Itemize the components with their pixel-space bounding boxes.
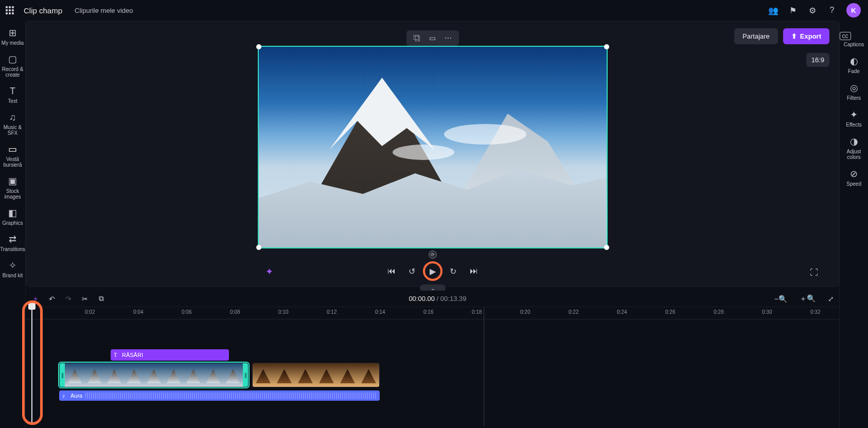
ruler-tick: 0:14 — [375, 309, 385, 315]
invite-icon[interactable]: 👥 — [765, 2, 782, 19]
preview-canvas[interactable]: ⟳ — [258, 46, 608, 248]
video-clip-b[interactable] — [252, 363, 380, 387]
zoom-out-icon[interactable]: −🔍 — [774, 295, 787, 303]
stock-video-icon: ▭ — [0, 144, 26, 154]
sidebar-item-text[interactable]: TText — [0, 83, 26, 109]
timeline-panel: ＋ ↶ ↷ ✂ ⧉ 00:00.00 / 00:13.39 −🔍 ＋🔍 ⤢ 0:… — [26, 291, 839, 428]
aspect-ratio-selector[interactable]: 16:9 — [806, 53, 829, 67]
export-button[interactable]: ⬆Export — [783, 28, 829, 44]
ruler-tick: 0:26 — [665, 309, 675, 315]
audio-clip-icon: ♪ — [62, 393, 65, 399]
ruler-tick: 0:22 — [569, 309, 578, 315]
clip-thumbnails — [65, 363, 243, 387]
timeline-collapse-bar: ⌄ — [26, 286, 839, 291]
sidebar-item-music[interactable]: ♫Music & SFX — [0, 109, 26, 141]
upload-icon: ⬆ — [791, 32, 797, 40]
fade-icon: ◐ — [840, 56, 869, 67]
preview-content — [259, 47, 607, 247]
zoom-fit-icon[interactable]: ⤢ — [828, 295, 834, 303]
current-time: 00:00.00 — [409, 295, 435, 302]
settings-gear-icon[interactable]: ⚙ — [804, 2, 821, 19]
tool-filters[interactable]: ◎Filters — [840, 78, 869, 105]
title-clip[interactable]: T RĂSĂRI — [111, 349, 229, 361]
ruler-tick: 0:20 — [520, 309, 530, 315]
share-button[interactable]: Partajare — [734, 28, 778, 44]
app-header: Clip champ Clipurile mele video 👥 ⚑ ⚙ ? … — [0, 0, 868, 21]
zoom-in-icon[interactable]: ＋🔍 — [800, 294, 816, 304]
crop-icon[interactable]: ⿻ — [412, 33, 423, 43]
fullscreen-icon[interactable]: ⛶ — [810, 268, 818, 277]
tracks-area[interactable]: T RĂSĂRI ‖ ‖ ♪ Aura — [26, 319, 839, 428]
adjust-colors-icon: ◑ — [840, 136, 869, 147]
media-icon: ⊞ — [0, 28, 26, 38]
ruler-tick: 0:24 — [617, 309, 627, 315]
title-clip-label: RĂSĂRI — [122, 352, 143, 358]
audio-clip[interactable]: ♪ Aura — [59, 390, 380, 401]
transitions-icon: ⇄ — [0, 234, 26, 244]
ruler-tick: 0:32 — [810, 309, 820, 315]
total-duration: 00:13.39 — [440, 295, 467, 302]
clip-trim-left[interactable]: ‖ — [60, 363, 65, 387]
tool-effects[interactable]: ✦Effects — [840, 105, 869, 132]
sidebar-item-stock-video[interactable]: ▭Vestă bursieră — [0, 141, 26, 173]
ruler-tick: 0:12 — [327, 309, 336, 315]
redo-icon[interactable]: ↷ — [64, 295, 73, 303]
ruler-tick: 0:02 — [85, 309, 95, 315]
playback-controls: ⏮ ↺ ▶ ↻ ⏭ — [385, 265, 480, 277]
time-ruler[interactable]: 0:020:040:060:080:100:120:140:160:180:20… — [26, 307, 839, 319]
sidebar-item-transitions[interactable]: ⇄Transitions — [0, 231, 26, 257]
stage-actions: Partajare ⬆Export — [734, 28, 829, 44]
resize-handle-br[interactable] — [604, 245, 609, 250]
play-button[interactable]: ▶ — [427, 265, 439, 277]
help-icon[interactable]: ? — [824, 2, 840, 19]
undo-icon[interactable]: ↶ — [47, 295, 57, 303]
effects-wand-icon: ✦ — [840, 109, 869, 120]
right-toolbar: ccCaptions ◐Fade ◎Filters ✦Effects ◑Adju… — [839, 21, 868, 428]
tool-adjust-colors[interactable]: ◑Adjust colors — [840, 132, 869, 164]
ruler-tick: 0:04 — [133, 309, 143, 315]
resize-handle-bl[interactable] — [256, 245, 261, 250]
ai-magic-icon[interactable]: ✦ — [265, 266, 273, 277]
preview-stage: ⿻ ▭ ⋯ Partajare ⬆Export 16:9 ⟳ ✦ ⏮ ↺ ▶ ↻… — [26, 21, 839, 287]
tool-speed[interactable]: ⊘Speed — [840, 164, 869, 191]
captions-icon: cc — [840, 32, 851, 40]
tool-fade[interactable]: ◐Fade — [840, 51, 869, 78]
duplicate-icon[interactable]: ⧉ — [97, 294, 106, 303]
pip-icon[interactable]: ▭ — [427, 33, 438, 43]
rotate-handle[interactable]: ⟳ — [429, 251, 437, 259]
waveform — [85, 393, 377, 399]
rewind-10-icon[interactable]: ↺ — [406, 265, 418, 277]
sidebar-item-graphics[interactable]: ◧Graphics — [0, 205, 26, 231]
forward-10-icon[interactable]: ↻ — [447, 265, 459, 277]
feedback-flag-icon[interactable]: ⚑ — [785, 2, 801, 19]
add-track-icon[interactable]: ＋ — [31, 294, 40, 304]
clip-thumbnails — [253, 363, 379, 387]
sidebar-item-record[interactable]: ▢Record & create — [0, 51, 26, 83]
skip-end-icon[interactable]: ⏭ — [468, 265, 480, 277]
more-options-icon[interactable]: ⋯ — [442, 33, 454, 43]
ruler-tick: 0:10 — [278, 309, 288, 315]
sidebar-item-my-media[interactable]: ⊞My media — [0, 25, 26, 51]
playhead-knob[interactable] — [28, 302, 36, 310]
preview-toolbar: ⿻ ▭ ⋯ — [406, 30, 459, 46]
ruler-tick: 0:06 — [182, 309, 191, 315]
tool-captions[interactable]: ccCaptions — [840, 28, 869, 51]
shapes-icon: ◧ — [0, 208, 26, 218]
end-marker — [484, 307, 484, 426]
split-scissors-icon[interactable]: ✂ — [80, 295, 90, 303]
resize-handle-tl[interactable] — [256, 44, 261, 49]
user-avatar[interactable]: K — [846, 3, 861, 17]
ruler-tick: 0:30 — [762, 309, 772, 315]
playhead[interactable] — [31, 304, 32, 425]
apps-grid-icon[interactable] — [5, 6, 14, 15]
clip-trim-right[interactable]: ‖ — [243, 363, 248, 387]
sidebar-item-brand-kit[interactable]: ✧Brand kit — [0, 257, 26, 283]
project-title[interactable]: Clipurile mele video — [75, 7, 133, 14]
skip-start-icon[interactable]: ⏮ — [385, 265, 398, 277]
sidebar-item-stock-images[interactable]: ▣Stock images — [0, 173, 26, 205]
video-clip-a[interactable]: ‖ ‖ — [59, 363, 249, 387]
ruler-tick: 0:08 — [230, 309, 240, 315]
brand-kit-icon: ✧ — [0, 260, 26, 271]
resize-handle-tr[interactable] — [604, 44, 609, 49]
ruler-tick: 0:16 — [423, 309, 433, 315]
